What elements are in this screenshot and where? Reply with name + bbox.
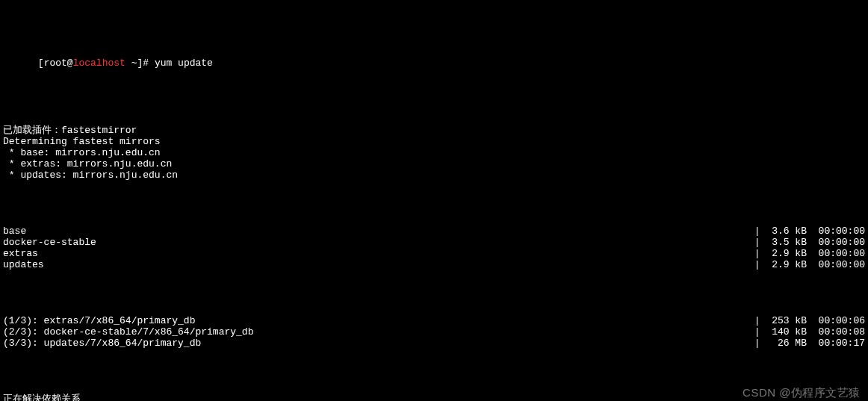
terminal-output: [root@localhost ~]# yum update 已加载插件：fas… <box>0 0 868 401</box>
prompt-path: ~ <box>125 57 137 69</box>
repo-name: docker-ce-stable <box>3 237 96 248</box>
download-status: | 26 MB 00:00:17 <box>754 338 865 349</box>
download-block: (1/3): extras/7/x86_64/primary_db| 253 k… <box>3 315 865 349</box>
intro-line: Determining fastest mirrors <box>3 136 865 147</box>
repo-status: | 2.9 kB 00:00:00 <box>754 248 865 259</box>
repo-name: updates <box>3 259 44 270</box>
intro-text: * extras: mirrors.nju.edu.cn <box>3 158 172 170</box>
download-line: (3/3): updates/7/x86_64/primary_db| 26 M… <box>3 338 865 349</box>
repo-name: base <box>3 226 26 237</box>
deps-header-text: 正在解决依赖关系 <box>3 394 81 401</box>
intro-text: Determining fastest mirrors <box>3 136 161 147</box>
intro-text: * updates: mirrors.nju.edu.cn <box>3 170 178 181</box>
deps-header-line: 正在解决依赖关系 <box>3 394 865 401</box>
repo-status: | 3.6 kB 00:00:00 <box>754 226 865 237</box>
intro-line: * extras: mirrors.nju.edu.cn <box>3 158 865 170</box>
repo-status: | 2.9 kB 00:00:00 <box>754 259 865 270</box>
repo-line: base| 3.6 kB 00:00:00 <box>3 226 865 237</box>
prompt-line[interactable]: [root@localhost ~]# yum update <box>3 46 865 80</box>
intro-line: * updates: mirrors.nju.edu.cn <box>3 170 865 181</box>
download-name: (3/3): updates/7/x86_64/primary_db <box>3 338 201 349</box>
repo-name: extras <box>3 248 38 259</box>
download-status: | 140 kB 00:00:08 <box>754 326 865 338</box>
repo-block: base| 3.6 kB 00:00:00docker-ce-stable| 3… <box>3 226 865 270</box>
repo-line: docker-ce-stable| 3.5 kB 00:00:00 <box>3 237 865 248</box>
prompt-host: localhost <box>73 57 125 69</box>
intro-line: * base: mirrors.nju.edu.cn <box>3 147 865 158</box>
deps-header-block: 正在解决依赖关系--> 正在检查事务 <box>3 394 865 401</box>
download-line: (2/3): docker-ce-stable/7/x86_64/primary… <box>3 326 865 338</box>
intro-text: * base: mirrors.nju.edu.cn <box>3 147 161 158</box>
intro-block: 已加载插件：fastestmirrorDetermining fastest m… <box>3 125 865 181</box>
repo-line: extras| 2.9 kB 00:00:00 <box>3 248 865 259</box>
download-status: | 253 kB 00:00:06 <box>754 315 865 326</box>
intro-line: 已加载插件：fastestmirror <box>3 125 865 136</box>
download-name: (1/3): extras/7/x86_64/primary_db <box>3 315 195 326</box>
download-name: (2/3): docker-ce-stable/7/x86_64/primary… <box>3 326 253 338</box>
download-line: (1/3): extras/7/x86_64/primary_db| 253 k… <box>3 315 865 326</box>
prompt-hash: # <box>143 57 155 69</box>
command-text: yum update <box>155 57 213 69</box>
intro-text: 已加载插件：fastestmirror <box>3 125 137 136</box>
repo-line: updates| 2.9 kB 00:00:00 <box>3 259 865 270</box>
prompt-at: @ <box>67 57 73 69</box>
prompt-user: root <box>44 57 67 69</box>
repo-status: | 3.5 kB 00:00:00 <box>754 237 865 248</box>
prompt-bracket-open: [ <box>38 57 44 69</box>
